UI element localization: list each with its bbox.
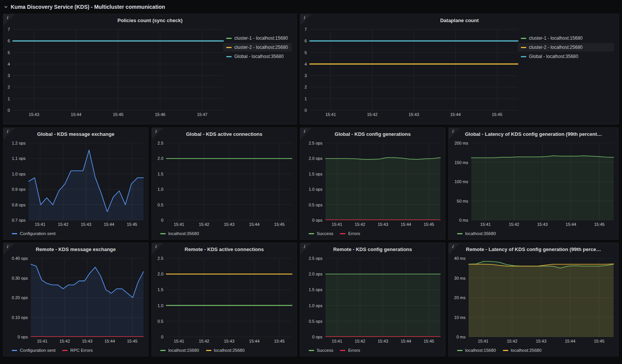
legend-item[interactable]: localhost:15680 xyxy=(457,348,496,353)
y-axis-label: 150 ms xyxy=(454,160,468,165)
panel-info-icon[interactable] xyxy=(152,128,163,139)
y-axis-label: 0 ops xyxy=(18,335,28,339)
x-axis: 15:4115:4215:4315:4415:45 xyxy=(310,110,518,118)
y-axis-label: 1.5 ops xyxy=(309,172,322,176)
plot[interactable] xyxy=(13,29,223,110)
legend-item[interactable]: Configuration sent xyxy=(12,231,55,236)
y-axis-label: 0.7 ops xyxy=(12,218,26,222)
panel-remote-kds-config-generations: iRemote - KDS config generations0 ops0.5… xyxy=(300,243,445,356)
legend-color-dash xyxy=(457,233,462,234)
dashboard-row-header[interactable]: Kuma Discovery Service (KDS) - Multiclus… xyxy=(0,0,622,14)
legend-item[interactable]: localhost:35680 xyxy=(457,231,496,236)
plot[interactable] xyxy=(31,258,143,337)
plot-row: 01234567 xyxy=(6,29,223,110)
panel-info-icon[interactable] xyxy=(449,128,460,139)
legend: localhost:35680 xyxy=(449,228,618,239)
legend-item[interactable]: Errors xyxy=(340,231,360,236)
panel-global-kds-latency: iGlobal - Latency of KDS config generati… xyxy=(448,127,619,240)
y-axis-label: 0 ms xyxy=(459,218,468,222)
chart-area: 00.51.01.52.02.515:4115:4215:4315:4415:4… xyxy=(152,139,296,228)
legend-color-dash xyxy=(12,233,17,234)
x-axis-label: 15:42 xyxy=(355,339,366,343)
panel-info-icon[interactable] xyxy=(3,128,15,139)
x-axis-label: 15:43 xyxy=(82,339,93,343)
legend-label: Success xyxy=(317,348,333,353)
y-axis: 00.51.01.52.02.5 xyxy=(154,258,166,337)
panel-title[interactable]: Remote - KDS active connections xyxy=(152,245,296,254)
plot-svg xyxy=(13,29,223,110)
panel-info-icon[interactable] xyxy=(300,243,312,254)
y-axis-label: 0.5 ops xyxy=(309,319,322,324)
panel-info-icon[interactable] xyxy=(3,243,15,254)
chart-area: 0 ops0.5 ops1.0 ops1.5 ops2.0 ops2.5 ops… xyxy=(300,139,445,228)
panel-title[interactable]: Dataplane count xyxy=(300,16,619,25)
plot[interactable] xyxy=(326,258,440,337)
y-axis-label: 1.5 ops xyxy=(309,287,322,292)
x-axis-label: 15:42 xyxy=(367,112,378,117)
panel-info-icon[interactable] xyxy=(3,14,15,26)
legend-item[interactable]: Success xyxy=(309,231,333,236)
legend-item[interactable]: localhost:35680 xyxy=(160,231,199,236)
y-axis: 01234567 xyxy=(303,29,310,110)
y-axis-label: 2.0 ops xyxy=(309,156,322,161)
plot[interactable] xyxy=(166,258,292,337)
y-axis-label: 1.0 xyxy=(158,187,163,192)
y-axis-label: 0.20 ops xyxy=(12,295,28,300)
panel-title[interactable]: Global - KDS message exchange xyxy=(3,130,148,139)
legend-color-dash xyxy=(309,350,314,351)
panel-info-icon[interactable] xyxy=(449,243,460,254)
plot[interactable] xyxy=(326,143,440,220)
plot[interactable] xyxy=(29,143,143,220)
legend-item[interactable]: cluster-2 - localhost:25680 xyxy=(223,43,292,52)
x-axis-label: 15:47 xyxy=(197,112,208,117)
legend-item[interactable]: Success xyxy=(309,348,333,353)
legend-item[interactable]: cluster-1 - localhost:15680 xyxy=(518,34,614,42)
x-axis-label: 15:43 xyxy=(81,222,92,227)
panel-title[interactable]: Global - KDS config generations xyxy=(300,130,445,139)
legend: Configuration sentRPC Errors xyxy=(3,345,148,356)
chart-area: 0 ms50 ms100 ms150 ms200 ms15:4115:4215:… xyxy=(449,139,618,228)
legend-item[interactable]: Configuration sent xyxy=(12,348,55,353)
panel-title[interactable]: Remote - Latency of KDS config generatio… xyxy=(449,245,618,254)
legend-item[interactable]: RPC Errors xyxy=(62,348,93,353)
y-axis-label: 1 xyxy=(8,97,10,101)
legend-item[interactable]: Errors xyxy=(340,348,360,353)
legend-item[interactable]: cluster-2 - localhost:25680 xyxy=(518,43,614,52)
legend-item[interactable]: Global - localhost:35680 xyxy=(223,52,292,61)
chart-area: 0 ops0.10 ops0.20 ops0.30 ops0.40 ops15:… xyxy=(3,254,148,345)
legend-color-dash xyxy=(12,350,17,351)
plot[interactable] xyxy=(471,143,614,220)
series-fill-Success xyxy=(326,274,440,337)
y-axis-label: 0.40 ops xyxy=(12,256,28,261)
legend-item[interactable]: localhost:15680 xyxy=(160,348,199,353)
x-axis-label: 15:43 xyxy=(224,339,235,343)
plot[interactable] xyxy=(166,143,292,220)
y-axis-label: 1 xyxy=(305,97,307,101)
legend-item[interactable]: localhost:25680 xyxy=(206,348,245,353)
panel-title[interactable]: Remote - KDS config generations xyxy=(300,245,445,254)
legend-label: localhost:35680 xyxy=(465,231,496,236)
panel-title[interactable]: Remote - KDS message exchange xyxy=(3,245,148,254)
x-axis-label: 15:42 xyxy=(199,339,209,343)
panel-info-icon[interactable] xyxy=(300,14,312,26)
legend-item[interactable]: Global - localhost:35680 xyxy=(518,52,614,61)
y-axis: 01234567 xyxy=(6,29,13,110)
panel-title[interactable]: Policies count (sync check) xyxy=(3,16,296,25)
plot[interactable] xyxy=(469,258,614,337)
y-axis-label: 6 xyxy=(305,39,307,43)
x-axis-label: 15:43 xyxy=(537,222,548,227)
panel-title[interactable]: Global - Latency of KDS config generatio… xyxy=(449,130,618,139)
y-axis-label: 0.10 ops xyxy=(12,315,28,320)
panel-dataplane-count: iDataplane count0123456715:4115:4215:431… xyxy=(300,14,619,124)
series-fill-localhost:25680 xyxy=(469,264,614,337)
panel-title[interactable]: Global - KDS active connections xyxy=(152,130,296,139)
y-axis: 0 ms50 ms100 ms150 ms200 ms xyxy=(451,143,471,220)
panel-info-icon[interactable] xyxy=(300,128,312,139)
panel-info-icon[interactable] xyxy=(152,243,163,254)
legend-item[interactable]: localhost:25680 xyxy=(503,348,542,353)
legend-color-dash xyxy=(62,350,68,351)
plot[interactable] xyxy=(310,29,518,110)
x-axis-label: 15:42 xyxy=(509,222,519,227)
legend-item[interactable]: cluster-1 - localhost:15680 xyxy=(223,34,292,42)
y-axis-label: 6 xyxy=(8,39,10,43)
